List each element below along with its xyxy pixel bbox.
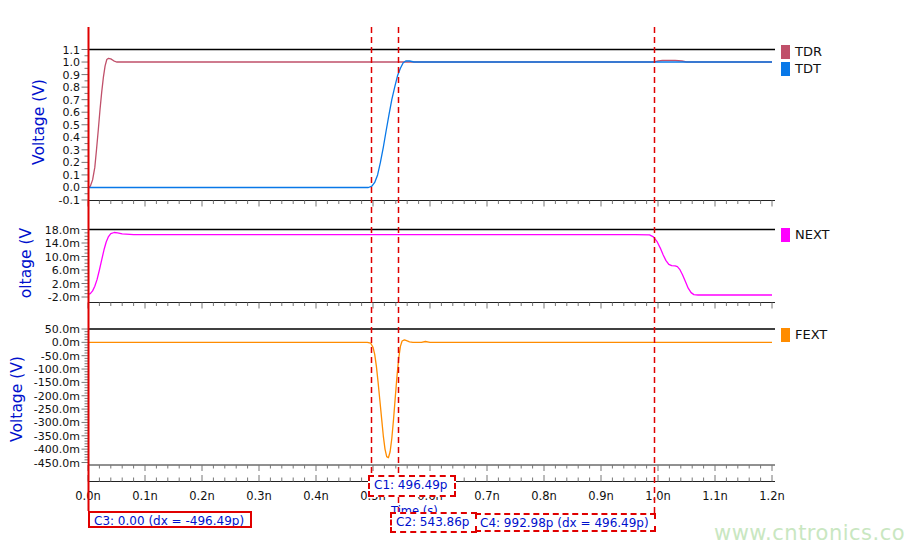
plot2-y-axis-title: oltage (V — [17, 188, 35, 338]
watermark: www.cntronics.com — [714, 521, 906, 545]
plot3-y-axis-title: Voltage (V) — [8, 324, 26, 474]
y-tick-label: 18.0m — [45, 224, 80, 237]
y-tick-label: 0.1 — [63, 169, 81, 182]
y-tick-label: 0.7 — [63, 94, 81, 107]
y-tick-label: -2.0m — [48, 291, 80, 304]
tdr-legend-swatch — [781, 45, 790, 59]
x-tick-label: 0.7n — [474, 489, 500, 503]
x-tick-label: 0.3n — [246, 489, 272, 503]
y-tick-label: -0.1 — [59, 194, 80, 207]
y-tick-label: -150.0m — [34, 376, 80, 389]
legend-item-tdr[interactable]: TDR — [781, 44, 822, 59]
plot1: 1.11.00.90.80.70.60.50.40.30.20.10.0-0.1 — [59, 44, 775, 208]
y-tick-label: -450.0m — [34, 457, 80, 470]
legend-item-next[interactable]: NEXT — [781, 227, 830, 242]
plot3: 50.0m0.0m-50.0m-100.0m-150.0m-200.0m-250… — [34, 323, 775, 471]
y-tick-label: -100.0m — [34, 363, 80, 376]
next-legend-swatch — [781, 228, 790, 242]
x-tick-label: 1.2n — [759, 489, 785, 503]
trace-TDT — [88, 61, 772, 188]
next-legend-label: NEXT — [795, 227, 830, 242]
plot-canvas: 1.11.00.90.80.70.60.50.40.30.20.10.0-0.1… — [0, 0, 906, 552]
x-tick-label: 0.1n — [132, 489, 158, 503]
y-tick-label: 1.1 — [63, 44, 81, 57]
x-tick-label: 0.4n — [303, 489, 329, 503]
x-tick-label: 0.2n — [189, 489, 215, 503]
tdt-legend-swatch — [781, 62, 790, 76]
fext-legend-swatch — [781, 328, 790, 342]
x-tick-label: 1.0n — [645, 489, 671, 503]
trace-NEXT — [88, 233, 772, 296]
y-tick-label: 0.6 — [63, 106, 81, 119]
y-tick-label: 0.5 — [63, 119, 81, 132]
y-tick-label: -300.0m — [34, 416, 80, 429]
y-tick-label: 0.9 — [63, 69, 81, 82]
tdr-legend-label: TDR — [795, 44, 822, 59]
y-tick-label: 0.0 — [63, 181, 81, 194]
trace-FEXT — [88, 340, 772, 458]
y-tick-label: 0.0m — [52, 336, 80, 349]
y-tick-label: 0.4 — [63, 131, 81, 144]
x-tick-label: 0.9n — [588, 489, 614, 503]
cursor-c2-readout[interactable]: C2: 543.86p — [390, 512, 477, 533]
tdt-legend-label: TDT — [795, 61, 821, 76]
y-tick-label: 14.0m — [45, 237, 80, 250]
y-tick-label: 2.0m — [52, 278, 80, 291]
fext-legend-label: FEXT — [795, 327, 827, 342]
cursor-c3-readout[interactable]: C3: 0.00 (dx = -496.49p) — [88, 511, 252, 528]
y-tick-label: -200.0m — [34, 390, 80, 403]
plot2: 18.0m14.0m10.0m6.0m2.0m-2.0m — [45, 224, 775, 309]
trace-TDR — [88, 58, 772, 187]
waveform-viewer: 1.11.00.90.80.70.60.50.40.30.20.10.0-0.1… — [0, 0, 906, 552]
y-tick-label: 0.2 — [63, 156, 81, 169]
cursor-c1-readout[interactable]: C1: 496.49p — [368, 475, 456, 497]
y-tick-label: 0.8 — [63, 81, 81, 94]
y-tick-label: -50.0m — [41, 350, 80, 363]
cursor-c4-readout[interactable]: C4: 992.98p (dx = 496.49p) — [475, 513, 656, 532]
y-tick-label: -400.0m — [34, 443, 80, 456]
legend-item-fext[interactable]: FEXT — [781, 327, 827, 342]
y-tick-label: -250.0m — [34, 403, 80, 416]
y-tick-label: 10.0m — [45, 251, 80, 264]
y-tick-label: 1.0 — [63, 56, 81, 69]
x-tick-label: 0.8n — [531, 489, 557, 503]
y-tick-label: -350.0m — [34, 430, 80, 443]
y-tick-label: 0.3 — [63, 144, 81, 157]
y-tick-label: 50.0m — [45, 323, 80, 336]
y-tick-label: 6.0m — [52, 264, 80, 277]
plot1-y-axis-title: Voltage (V) — [30, 47, 48, 197]
legend-item-tdt[interactable]: TDT — [781, 61, 821, 76]
x-tick-label: 1.1n — [702, 489, 728, 503]
